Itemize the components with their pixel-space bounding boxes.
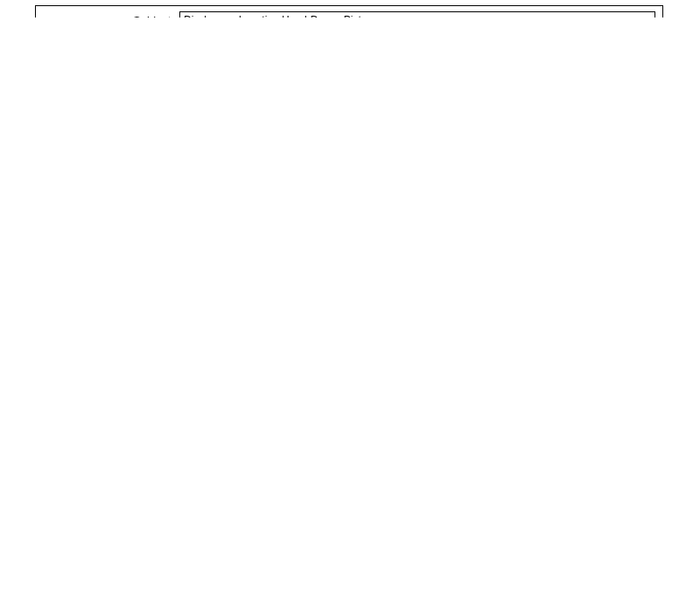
email-header: Subject: Disclosure: Inserting Hand-Draw… xyxy=(36,6,662,17)
subject-label: Subject: xyxy=(118,14,174,18)
email-compose-window: Subject: Disclosure: Inserting Hand-Draw… xyxy=(35,5,663,17)
subject-field[interactable]: Disclosure: Inserting Hand-Drawn Picture… xyxy=(179,11,655,17)
